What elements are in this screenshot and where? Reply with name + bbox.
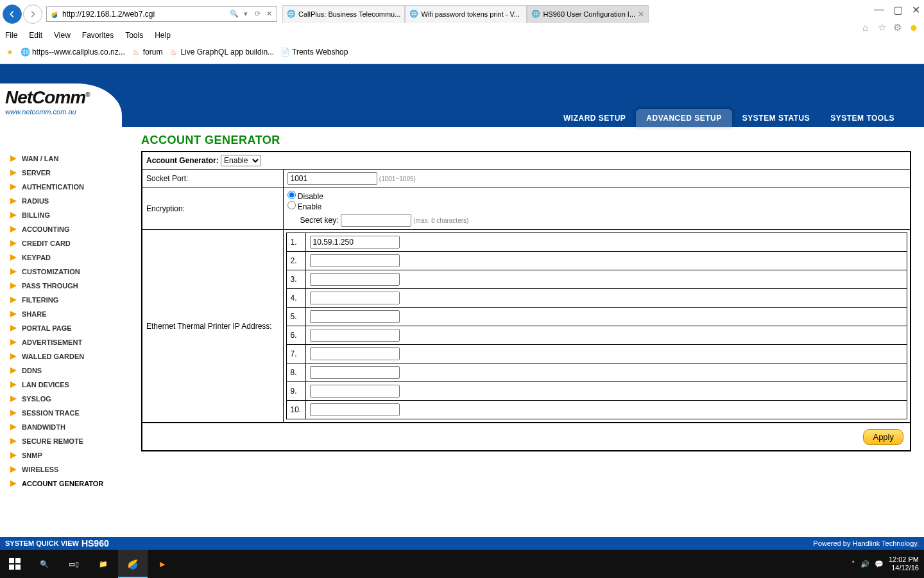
sidebar-item-lan-devices[interactable]: LAN DEVICES [10, 378, 130, 392]
tray-clock[interactable]: 12:02 PM 14/12/16 [889, 556, 919, 572]
back-button[interactable] [3, 4, 22, 24]
globe-icon: 🌐 [287, 10, 296, 19]
enable-select[interactable]: Enable Disable [221, 155, 261, 166]
tab-callplus[interactable]: 🌐 CallPlus: Business Telecommu... [282, 5, 405, 23]
bookmark-forum[interactable]: ♨forum [132, 48, 163, 57]
printer-ip-2[interactable] [310, 254, 400, 267]
sidebar-item-radius[interactable]: RADIUS [10, 194, 130, 208]
sidebar-item-wireless[interactable]: WIRELESS [10, 462, 130, 477]
task-view-button[interactable]: ▭▯ [59, 550, 89, 578]
sidebar-item-snmp[interactable]: SNMP [10, 448, 130, 462]
menu-help[interactable]: Help [155, 31, 171, 40]
menu-favorites[interactable]: Favorites [82, 31, 114, 40]
sidebar-item-credit-card[interactable]: CREDIT CARD [10, 236, 130, 250]
dropdown-icon[interactable]: ▾ [241, 9, 251, 19]
menu-edit[interactable]: Edit [29, 31, 42, 40]
sidebar-item-pass-through[interactable]: PASS THROUGH [10, 279, 130, 293]
settings-icon[interactable]: ⚙ [893, 22, 905, 33]
sidebar-item-secure-remote[interactable]: SECURE REMOTE [10, 434, 130, 448]
arrow-icon [10, 353, 17, 360]
sidebar-item-wan-lan[interactable]: WAN / LAN [10, 152, 130, 166]
socket-port-label: Socket Port: [142, 170, 283, 188]
arrow-icon [10, 283, 17, 289]
sidebar-item-ddns[interactable]: DDNS [10, 363, 130, 378]
bookmark-callplus[interactable]: 🌐https--www.callplus.co.nz... [21, 48, 125, 57]
printer-ip-9[interactable] [310, 385, 400, 398]
printer-ip-10[interactable] [310, 403, 400, 416]
tray-chevron-icon[interactable]: ˄ [851, 560, 855, 568]
sidebar-item-advertisement[interactable]: ADVERTISEMENT [10, 335, 130, 349]
printer-ip-1[interactable] [310, 236, 400, 249]
sidebar-item-accounting[interactable]: ACCOUNTING [10, 222, 130, 236]
secret-key-input[interactable] [341, 214, 411, 227]
search-button[interactable]: 🔍 [30, 550, 59, 578]
bookmark-add[interactable]: ★ [5, 48, 14, 57]
refresh-icon[interactable]: ⟳ [252, 9, 262, 19]
sidebar-item-server[interactable]: SERVER [10, 166, 130, 180]
menu-file[interactable]: File [5, 31, 17, 40]
arrow-icon [10, 155, 17, 162]
printer-ip-3[interactable] [310, 273, 400, 286]
encryption-disable-option[interactable]: Disable [287, 192, 323, 201]
flame-icon: ♨ [169, 48, 178, 57]
table-row: 5. [286, 308, 907, 326]
tray-volume-icon[interactable]: 🔊 [860, 560, 869, 568]
tray-action-center-icon[interactable]: 💬 [875, 560, 884, 568]
file-explorer-button[interactable]: 📁 [89, 550, 118, 578]
stop-icon[interactable]: ✕ [264, 9, 274, 19]
sidebar-item-authentication[interactable]: AUTHENTICATION [10, 180, 130, 194]
apply-button[interactable]: Apply [863, 429, 903, 445]
tab-wifi-tokens[interactable]: 🌐 Wifi password tokens print - V... [405, 5, 527, 23]
menu-view[interactable]: View [54, 31, 71, 40]
address-bar[interactable]: 🔍 ▾ ⟳ ✕ [46, 6, 277, 22]
sidebar-item-account-generator[interactable]: ACCOUNT GENERATOR [10, 477, 130, 491]
nav-system-status[interactable]: SYSTEM STATUS [732, 109, 820, 127]
tab-hs960[interactable]: 🌐 HS960 User Configuration I... ✕ [527, 5, 649, 23]
search-icon[interactable]: 🔍 [229, 9, 239, 19]
forward-button[interactable] [23, 4, 42, 24]
arrow-icon [10, 410, 17, 416]
bookmark-graphql[interactable]: ♨Live GraphQL app buildin... [169, 48, 274, 57]
footer-left-label: SYSTEM QUICK VIEW [5, 539, 79, 547]
favorites-icon[interactable]: ☆ [878, 22, 889, 33]
socket-port-input[interactable] [287, 172, 377, 185]
table-row: 4. [286, 289, 907, 308]
secret-key-label: Secret key: [300, 216, 339, 225]
close-button[interactable]: ✕ [912, 4, 920, 16]
printer-ip-4[interactable] [310, 292, 400, 304]
sidebar-item-billing[interactable]: BILLING [10, 208, 130, 222]
printer-ip-7[interactable] [310, 347, 400, 360]
minimize-button[interactable]: — [874, 4, 884, 16]
maximize-button[interactable]: ▢ [893, 4, 903, 16]
sidebar-item-session-trace[interactable]: SESSION TRACE [10, 406, 130, 420]
printer-ip-6[interactable] [310, 329, 400, 342]
sidebar-item-syslog[interactable]: SYSLOG [10, 392, 130, 406]
sidebar-item-walled-garden[interactable]: WALLED GARDEN [10, 349, 130, 363]
sidebar-item-bandwidth[interactable]: BANDWIDTH [10, 420, 130, 434]
sidebar-item-customization[interactable]: CUSTOMIZATION [10, 265, 130, 279]
chrome-icons: ⌂ ☆ ⚙ ☻ [862, 22, 920, 33]
home-icon[interactable]: ⌂ [862, 22, 874, 33]
sidebar-item-portal-page[interactable]: PORTAL PAGE [10, 321, 130, 335]
nav-system-tools[interactable]: SYSTEM TOOLS [820, 109, 905, 127]
media-player-button[interactable]: ▶ [148, 550, 177, 578]
menu-tools[interactable]: Tools [125, 31, 143, 40]
bookmark-trents[interactable]: 📄Trents Webshop [280, 48, 348, 57]
tab-close-icon[interactable]: ✕ [638, 10, 644, 19]
sidebar-item-filtering[interactable]: FILTERING [10, 293, 130, 307]
encryption-enable-option[interactable]: Enable [287, 202, 322, 211]
nav-advanced-setup[interactable]: ADVANCED SETUP [636, 109, 732, 127]
arrow-icon [10, 297, 17, 303]
sidebar-item-keypad[interactable]: KEYPAD [10, 250, 130, 265]
table-row: 8. [286, 363, 907, 382]
nav-wizard-setup[interactable]: WIZARD SETUP [553, 109, 636, 127]
emoji-icon[interactable]: ☻ [909, 22, 920, 33]
printer-ip-5[interactable] [310, 310, 400, 323]
footer-right: Powered by Handlink Technology. [813, 539, 919, 547]
sidebar-item-share[interactable]: SHARE [10, 307, 130, 321]
printer-ip-8[interactable] [310, 366, 400, 379]
start-button[interactable] [0, 550, 30, 578]
ie-button[interactable] [118, 550, 148, 578]
url-input[interactable] [62, 8, 227, 21]
folder-icon: 📁 [99, 560, 108, 568]
